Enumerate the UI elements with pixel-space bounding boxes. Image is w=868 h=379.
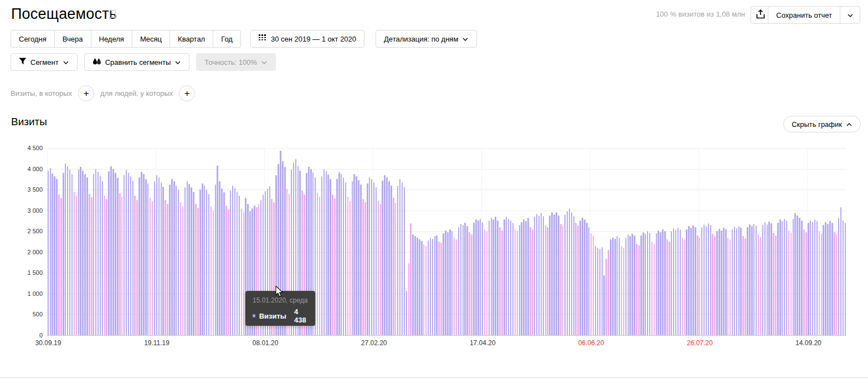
chart-bar[interactable] xyxy=(364,202,366,335)
chart-bar[interactable] xyxy=(156,175,158,335)
chart-bar[interactable] xyxy=(67,166,69,335)
chart-bar[interactable] xyxy=(515,229,516,336)
chart-bar[interactable] xyxy=(677,228,679,336)
chart-bar[interactable] xyxy=(332,194,333,335)
chart-bar[interactable] xyxy=(110,166,112,335)
chart-bar[interactable] xyxy=(48,171,49,335)
visits-bar-chart[interactable]: 05001 0001 5002 0002 5003 0003 5004 0004… xyxy=(0,133,868,355)
chart-bar[interactable] xyxy=(645,234,646,335)
chart-bar[interactable] xyxy=(723,228,725,335)
chart-bar[interactable] xyxy=(161,182,162,335)
chart-bar[interactable] xyxy=(747,227,748,335)
chart-bar[interactable] xyxy=(178,190,179,335)
chart-bar[interactable] xyxy=(347,197,349,335)
chart-bar[interactable] xyxy=(732,229,733,336)
chart-bar[interactable] xyxy=(682,238,684,336)
period-tab-2[interactable]: Неделя xyxy=(91,30,132,48)
chart-bar[interactable] xyxy=(742,236,744,335)
chart-bar[interactable] xyxy=(423,244,425,335)
chart-bar[interactable] xyxy=(232,186,234,335)
chart-bar[interactable] xyxy=(669,242,670,335)
chart-bar[interactable] xyxy=(119,193,121,335)
chart-bar[interactable] xyxy=(130,176,132,335)
chart-bar[interactable] xyxy=(458,227,460,335)
chart-bar[interactable] xyxy=(794,213,796,335)
add-visit-condition-button[interactable]: + xyxy=(78,85,94,101)
chart-bar[interactable] xyxy=(362,199,364,335)
chart-bar[interactable] xyxy=(50,168,52,335)
chart-bar[interactable] xyxy=(756,226,757,335)
chart-bar[interactable] xyxy=(614,239,616,335)
chart-bar[interactable] xyxy=(738,226,740,336)
chart-bar[interactable] xyxy=(556,212,557,335)
chart-bar[interactable] xyxy=(241,208,243,335)
chart-bar[interactable] xyxy=(603,275,605,335)
chart-bar[interactable] xyxy=(612,238,614,336)
chart-bar[interactable] xyxy=(782,221,783,335)
chart-bar[interactable] xyxy=(91,197,93,335)
chart-bar[interactable] xyxy=(71,174,73,335)
chart-bar[interactable] xyxy=(54,176,55,335)
chart-bar[interactable] xyxy=(643,232,644,335)
chart-bar[interactable] xyxy=(512,223,514,335)
chart-plot-area[interactable] xyxy=(47,148,846,335)
chart-bar[interactable] xyxy=(353,174,355,335)
chart-bar[interactable] xyxy=(341,174,342,335)
chart-bar[interactable] xyxy=(523,219,525,335)
chart-bar[interactable] xyxy=(530,227,531,335)
chart-bar[interactable] xyxy=(521,222,522,335)
chart-bar[interactable] xyxy=(369,177,371,335)
chart-bar[interactable] xyxy=(223,192,225,335)
chart-bar[interactable] xyxy=(714,236,716,335)
chart-bar[interactable] xyxy=(762,225,764,335)
chart-bar[interactable] xyxy=(666,239,668,335)
chart-bar[interactable] xyxy=(764,222,766,335)
chart-bar[interactable] xyxy=(484,229,486,336)
chart-bar[interactable] xyxy=(527,218,529,335)
chart-bar[interactable] xyxy=(519,225,521,335)
chart-bar[interactable] xyxy=(430,238,432,336)
chart-bar[interactable] xyxy=(771,223,772,335)
chart-bar[interactable] xyxy=(243,212,245,335)
chart-bar[interactable] xyxy=(489,221,490,335)
chart-bar[interactable] xyxy=(89,194,90,335)
chart-bar[interactable] xyxy=(610,239,612,335)
chart-bar[interactable] xyxy=(551,212,553,335)
chart-bar[interactable] xyxy=(805,232,807,335)
chart-bar[interactable] xyxy=(744,238,746,335)
chart-bar[interactable] xyxy=(82,171,84,335)
save-report-dropdown-button[interactable] xyxy=(840,6,860,24)
chart-bar[interactable] xyxy=(473,223,475,335)
chart-bar[interactable] xyxy=(436,235,438,335)
chart-bar[interactable] xyxy=(753,224,755,335)
period-tab-3[interactable]: Месяц xyxy=(132,30,170,48)
chart-bar[interactable] xyxy=(421,241,423,335)
chart-bar[interactable] xyxy=(197,208,199,335)
period-tab-4[interactable]: Квартал xyxy=(170,30,213,48)
chart-bar[interactable] xyxy=(402,182,403,335)
chart-bar[interactable] xyxy=(147,183,149,335)
chart-bar[interactable] xyxy=(449,229,451,336)
chart-bar[interactable] xyxy=(497,221,499,335)
chart-bar[interactable] xyxy=(419,239,420,335)
chart-bar[interactable] xyxy=(397,186,399,335)
chart-bar[interactable] xyxy=(703,224,705,336)
chart-bar[interactable] xyxy=(195,204,197,335)
chart-bar[interactable] xyxy=(208,194,210,335)
chart-bar[interactable] xyxy=(801,221,803,335)
chart-bar[interactable] xyxy=(823,225,824,335)
chart-bar[interactable] xyxy=(204,186,206,335)
chart-bar[interactable] xyxy=(136,200,138,335)
chart-bar[interactable] xyxy=(112,169,114,335)
chart-bar[interactable] xyxy=(225,206,227,335)
chart-bar[interactable] xyxy=(690,228,692,335)
chart-bar[interactable] xyxy=(464,223,466,335)
chart-bar[interactable] xyxy=(647,231,649,335)
chart-bar[interactable] xyxy=(773,233,774,335)
detail-level-button[interactable]: Детализация: по дням xyxy=(376,30,477,48)
chart-bar[interactable] xyxy=(93,174,95,335)
chart-bar[interactable] xyxy=(829,221,831,335)
chart-bar[interactable] xyxy=(621,246,623,336)
chart-bar[interactable] xyxy=(692,226,694,335)
save-report-button[interactable]: Сохранить отчет xyxy=(768,6,840,24)
